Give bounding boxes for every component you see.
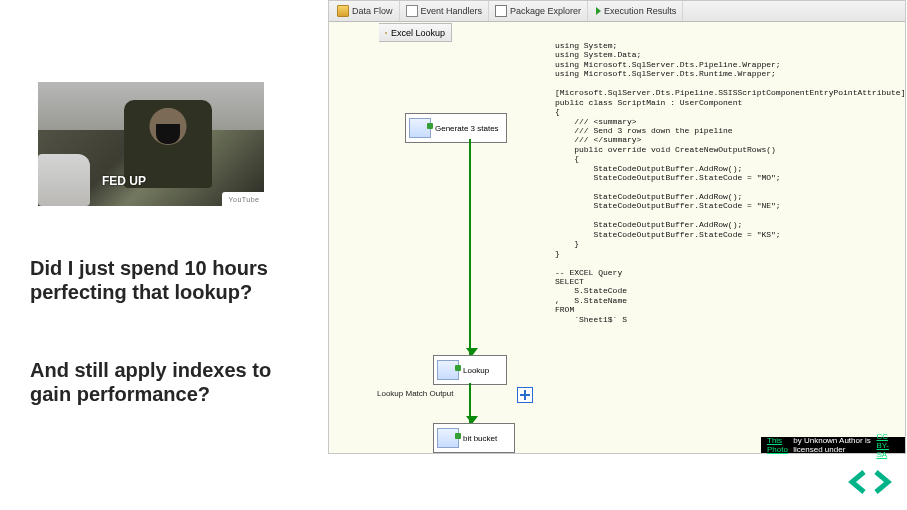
play-icon: [596, 7, 601, 15]
tab-execution-results[interactable]: Execution Results: [588, 1, 683, 21]
arrow-icon: [469, 383, 471, 423]
image-car: [38, 154, 90, 206]
attribution-link-photo[interactable]: This Photo: [767, 436, 790, 454]
image-beard: [156, 124, 180, 144]
node-generate-states[interactable]: Generate 3 states: [405, 113, 507, 143]
node-label: bit bucket: [463, 434, 497, 443]
node-label: Generate 3 states: [435, 124, 499, 133]
destination-icon: [437, 428, 459, 448]
excel-lookup-icon: [385, 32, 387, 34]
tab-label: Data Flow: [352, 6, 393, 16]
slide: FED UP YouTube Did I just spend 10 hours…: [0, 0, 907, 510]
sub-tab-excel-lookup[interactable]: Excel Lookup: [379, 23, 452, 42]
event-handlers-icon: [406, 5, 418, 17]
arrow-icon: [469, 139, 471, 355]
ssis-screenshot: Data Flow Event Handlers Package Explore…: [328, 0, 906, 454]
code-listing: using System; using System.Data; using M…: [555, 41, 899, 324]
youtube-watermark: YouTube: [222, 192, 264, 206]
tab-strip: Data Flow Event Handlers Package Explore…: [329, 1, 905, 22]
sub-tab-label: Excel Lookup: [391, 28, 445, 38]
tab-event-handlers[interactable]: Event Handlers: [400, 1, 490, 21]
script-component-icon: [409, 118, 431, 138]
question-1: Did I just spend 10 hours perfecting tha…: [30, 256, 290, 304]
lookup-icon: [437, 360, 459, 380]
image-caption: FED UP: [102, 174, 146, 188]
tab-data-flow[interactable]: Data Flow: [331, 1, 400, 21]
attribution-bar: This Photo by Unknown Author is licensed…: [761, 437, 905, 453]
tab-label: Execution Results: [604, 6, 676, 16]
question-2: And still apply indexes to gain performa…: [30, 358, 290, 406]
node-lookup[interactable]: Lookup: [433, 355, 507, 385]
path-label: Lookup Match Output: [377, 389, 454, 398]
attribution-link-license[interactable]: CC BY-SA: [876, 432, 899, 459]
node-bit-bucket[interactable]: bit bucket: [433, 423, 515, 453]
data-flow-icon: [337, 5, 349, 17]
attribution-text: by Unknown Author is licensed under: [793, 436, 873, 454]
tab-package-explorer[interactable]: Package Explorer: [489, 1, 588, 21]
node-label: Lookup: [463, 366, 489, 375]
meme-image: FED UP YouTube: [38, 82, 264, 206]
brand-logo-icon: [847, 468, 893, 496]
tab-label: Package Explorer: [510, 6, 581, 16]
tab-label: Event Handlers: [421, 6, 483, 16]
data-viewer-icon[interactable]: [517, 387, 533, 403]
package-explorer-icon: [495, 5, 507, 17]
